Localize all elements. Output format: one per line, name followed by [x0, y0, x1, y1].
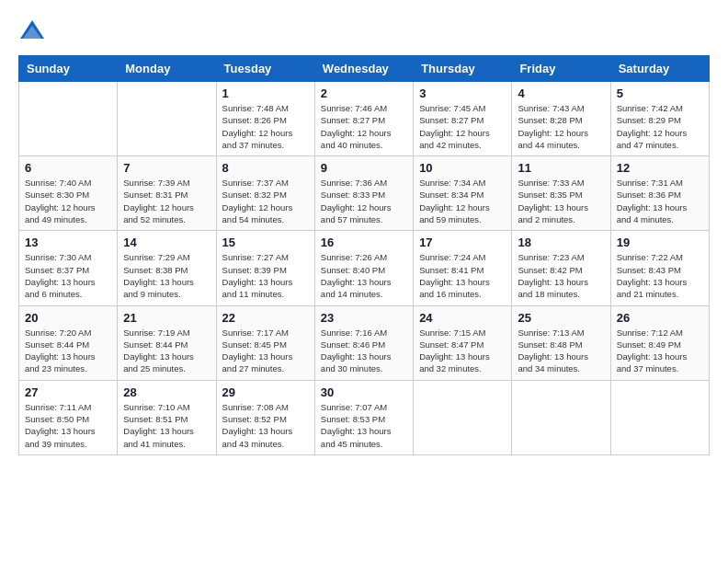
day-number: 22: [222, 311, 309, 325]
calendar-cell: 13Sunrise: 7:30 AMSunset: 8:37 PMDayligh…: [19, 231, 118, 305]
calendar-cell: 23Sunrise: 7:16 AMSunset: 8:46 PMDayligh…: [314, 305, 413, 380]
calendar-cell: 17Sunrise: 7:24 AMSunset: 8:41 PMDayligh…: [414, 231, 512, 305]
day-number: 17: [419, 236, 506, 249]
day-info: Sunrise: 7:27 AMSunset: 8:39 PMDaylight:…: [222, 251, 309, 300]
calendar-cell: 22Sunrise: 7:17 AMSunset: 8:45 PMDayligh…: [216, 305, 314, 380]
calendar-cell: 28Sunrise: 7:10 AMSunset: 8:51 PMDayligh…: [118, 380, 216, 454]
calendar-cell: 29Sunrise: 7:08 AMSunset: 8:52 PMDayligh…: [216, 380, 314, 454]
calendar-cell: 9Sunrise: 7:36 AMSunset: 8:33 PMDaylight…: [314, 156, 413, 231]
day-info: Sunrise: 7:33 AMSunset: 8:35 PMDaylight:…: [518, 177, 604, 225]
day-number: 30: [321, 385, 407, 399]
day-info: Sunrise: 7:40 AMSunset: 8:30 PMDaylight:…: [25, 177, 111, 225]
day-number: 1: [222, 86, 309, 100]
calendar-table: SundayMondayTuesdayWednesdayThursdayFrid…: [18, 55, 710, 455]
day-number: 12: [617, 161, 703, 175]
day-number: 23: [321, 311, 407, 325]
calendar-cell: 16Sunrise: 7:26 AMSunset: 8:40 PMDayligh…: [314, 231, 413, 305]
day-number: 16: [321, 236, 407, 249]
day-info: Sunrise: 7:30 AMSunset: 8:37 PMDaylight:…: [25, 251, 111, 300]
calendar-header-row: SundayMondayTuesdayWednesdayThursdayFrid…: [19, 56, 710, 82]
day-info: Sunrise: 7:17 AMSunset: 8:45 PMDaylight:…: [222, 327, 309, 375]
day-info: Sunrise: 7:39 AMSunset: 8:31 PMDaylight:…: [123, 177, 210, 225]
calendar-cell: 14Sunrise: 7:29 AMSunset: 8:38 PMDayligh…: [118, 231, 216, 305]
calendar-cell: 1Sunrise: 7:48 AMSunset: 8:26 PMDaylight…: [216, 82, 314, 156]
day-info: Sunrise: 7:22 AMSunset: 8:43 PMDaylight:…: [617, 251, 703, 300]
day-number: 7: [123, 161, 210, 175]
calendar-cell: [512, 380, 610, 454]
calendar-cell: 4Sunrise: 7:43 AMSunset: 8:28 PMDaylight…: [512, 82, 610, 156]
day-of-week-header: Sunday: [19, 56, 118, 82]
day-info: Sunrise: 7:45 AMSunset: 8:27 PMDaylight:…: [419, 102, 506, 151]
day-number: 5: [617, 86, 703, 100]
calendar-cell: 6Sunrise: 7:40 AMSunset: 8:30 PMDaylight…: [19, 156, 118, 231]
logo-icon: [18, 18, 46, 46]
day-of-week-header: Wednesday: [314, 56, 413, 82]
day-info: Sunrise: 7:23 AMSunset: 8:42 PMDaylight:…: [518, 251, 604, 300]
calendar-cell: 15Sunrise: 7:27 AMSunset: 8:39 PMDayligh…: [216, 231, 314, 305]
calendar-cell: 5Sunrise: 7:42 AMSunset: 8:29 PMDaylight…: [610, 82, 709, 156]
day-number: 25: [518, 311, 604, 325]
day-info: Sunrise: 7:20 AMSunset: 8:44 PMDaylight:…: [25, 327, 111, 375]
calendar-week-row: 13Sunrise: 7:30 AMSunset: 8:37 PMDayligh…: [19, 231, 710, 305]
day-info: Sunrise: 7:24 AMSunset: 8:41 PMDaylight:…: [419, 251, 506, 300]
day-number: 18: [518, 236, 604, 249]
calendar-week-row: 6Sunrise: 7:40 AMSunset: 8:30 PMDaylight…: [19, 156, 710, 231]
calendar-cell: 10Sunrise: 7:34 AMSunset: 8:34 PMDayligh…: [414, 156, 512, 231]
calendar-cell: 21Sunrise: 7:19 AMSunset: 8:44 PMDayligh…: [118, 305, 216, 380]
day-of-week-header: Thursday: [414, 56, 512, 82]
day-info: Sunrise: 7:26 AMSunset: 8:40 PMDaylight:…: [321, 251, 407, 300]
day-number: 8: [222, 161, 309, 175]
day-number: 2: [321, 86, 407, 100]
day-info: Sunrise: 7:37 AMSunset: 8:32 PMDaylight:…: [222, 177, 309, 225]
day-info: Sunrise: 7:43 AMSunset: 8:28 PMDaylight:…: [518, 102, 604, 151]
day-info: Sunrise: 7:16 AMSunset: 8:46 PMDaylight:…: [321, 327, 407, 375]
day-number: 24: [419, 311, 506, 325]
calendar-cell: 20Sunrise: 7:20 AMSunset: 8:44 PMDayligh…: [19, 305, 118, 380]
day-number: 14: [123, 236, 210, 249]
calendar-week-row: 20Sunrise: 7:20 AMSunset: 8:44 PMDayligh…: [19, 305, 710, 380]
day-number: 20: [25, 311, 111, 325]
calendar-week-row: 27Sunrise: 7:11 AMSunset: 8:50 PMDayligh…: [19, 380, 710, 454]
day-number: 10: [419, 161, 506, 175]
calendar-cell: [19, 82, 118, 156]
day-number: 3: [419, 86, 506, 100]
calendar-cell: 30Sunrise: 7:07 AMSunset: 8:53 PMDayligh…: [314, 380, 413, 454]
day-info: Sunrise: 7:29 AMSunset: 8:38 PMDaylight:…: [123, 251, 210, 300]
calendar-cell: 11Sunrise: 7:33 AMSunset: 8:35 PMDayligh…: [512, 156, 610, 231]
day-info: Sunrise: 7:31 AMSunset: 8:36 PMDaylight:…: [617, 177, 703, 225]
calendar-cell: 19Sunrise: 7:22 AMSunset: 8:43 PMDayligh…: [610, 231, 709, 305]
day-info: Sunrise: 7:07 AMSunset: 8:53 PMDaylight:…: [321, 401, 407, 450]
day-number: 19: [617, 236, 703, 249]
day-info: Sunrise: 7:12 AMSunset: 8:49 PMDaylight:…: [617, 327, 703, 375]
day-number: 11: [518, 161, 604, 175]
day-info: Sunrise: 7:34 AMSunset: 8:34 PMDaylight:…: [419, 177, 506, 225]
day-info: Sunrise: 7:42 AMSunset: 8:29 PMDaylight:…: [617, 102, 703, 151]
logo: [18, 18, 50, 46]
calendar-cell: 3Sunrise: 7:45 AMSunset: 8:27 PMDaylight…: [414, 82, 512, 156]
calendar-cell: 8Sunrise: 7:37 AMSunset: 8:32 PMDaylight…: [216, 156, 314, 231]
day-of-week-header: Friday: [512, 56, 610, 82]
day-number: 28: [123, 385, 210, 399]
day-number: 26: [617, 311, 703, 325]
day-info: Sunrise: 7:13 AMSunset: 8:48 PMDaylight:…: [518, 327, 604, 375]
day-info: Sunrise: 7:48 AMSunset: 8:26 PMDaylight:…: [222, 102, 309, 151]
day-number: 21: [123, 311, 210, 325]
day-number: 15: [222, 236, 309, 249]
calendar-cell: 2Sunrise: 7:46 AMSunset: 8:27 PMDaylight…: [314, 82, 413, 156]
day-info: Sunrise: 7:11 AMSunset: 8:50 PMDaylight:…: [25, 401, 111, 450]
calendar-cell: [118, 82, 216, 156]
calendar-cell: 24Sunrise: 7:15 AMSunset: 8:47 PMDayligh…: [414, 305, 512, 380]
calendar-cell: 7Sunrise: 7:39 AMSunset: 8:31 PMDaylight…: [118, 156, 216, 231]
calendar-week-row: 1Sunrise: 7:48 AMSunset: 8:26 PMDaylight…: [19, 82, 710, 156]
day-info: Sunrise: 7:08 AMSunset: 8:52 PMDaylight:…: [222, 401, 309, 450]
day-info: Sunrise: 7:15 AMSunset: 8:47 PMDaylight:…: [419, 327, 506, 375]
day-number: 6: [25, 161, 111, 175]
calendar-cell: 27Sunrise: 7:11 AMSunset: 8:50 PMDayligh…: [19, 380, 118, 454]
day-number: 4: [518, 86, 604, 100]
calendar-cell: 25Sunrise: 7:13 AMSunset: 8:48 PMDayligh…: [512, 305, 610, 380]
day-of-week-header: Saturday: [610, 56, 709, 82]
day-of-week-header: Tuesday: [216, 56, 314, 82]
day-info: Sunrise: 7:46 AMSunset: 8:27 PMDaylight:…: [321, 102, 407, 151]
day-number: 9: [321, 161, 407, 175]
day-of-week-header: Monday: [118, 56, 216, 82]
